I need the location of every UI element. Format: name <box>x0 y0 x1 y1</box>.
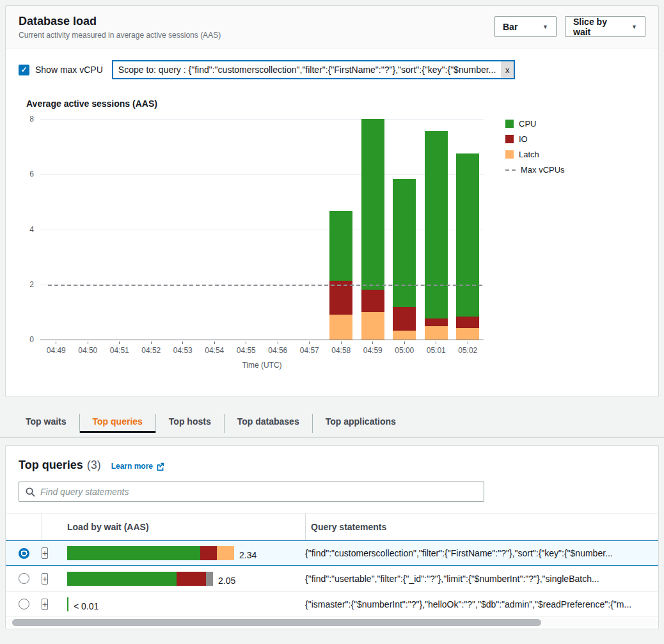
expand-column-header <box>42 514 67 540</box>
query-statement-cell: {"ismaster":{"$numberInt":"?"},"helloOk"… <box>305 599 658 610</box>
load-bar <box>67 546 234 560</box>
x-tick-label: 04:52 <box>136 342 168 355</box>
table-body: +2.34{"find":"customerscollection","filt… <box>6 540 658 617</box>
x-tick-label: 04:54 <box>199 342 231 355</box>
load-segment-io <box>177 572 206 586</box>
slice-by-value: Slice by wait <box>573 17 625 37</box>
x-axis-title: Time (UTC) <box>40 361 484 370</box>
load-segment-io <box>200 546 217 560</box>
bar-04:52 <box>139 119 162 340</box>
metrics-tab-bar: Top waitsTop queriesTop hostsTop databas… <box>0 411 664 437</box>
x-tick-label: 04:49 <box>40 342 72 355</box>
load-by-wait-cell: 2.34 <box>67 546 305 560</box>
horizontal-scrollbar-thumb[interactable] <box>12 619 541 626</box>
database-load-header: Database load Current activity measured … <box>6 6 658 49</box>
bar-04:49 <box>45 119 68 340</box>
plot-column <box>420 119 452 340</box>
plot-column <box>452 119 484 340</box>
x-tick-label: 05:01 <box>420 342 452 355</box>
y-tick-label: 4 <box>11 225 34 234</box>
row-radio-button[interactable] <box>19 573 29 584</box>
legend-label: IO <box>519 134 528 144</box>
x-tick-label: 04:58 <box>326 342 358 355</box>
bar-segment-io <box>425 318 448 326</box>
chevron-down-icon: ▼ <box>542 24 548 30</box>
query-search-input[interactable] <box>40 487 477 497</box>
slice-by-select[interactable]: Slice by wait ▼ <box>565 16 645 37</box>
y-tick-label: 6 <box>11 169 34 178</box>
expand-row-button[interactable]: + <box>42 599 48 610</box>
expand-cell: + <box>42 573 67 585</box>
legend-item-cpu: CPU <box>505 119 565 129</box>
tab-top-databases[interactable]: Top databases <box>225 411 312 437</box>
load-segment-latch <box>217 546 234 560</box>
legend-label: Latch <box>519 150 539 159</box>
bar-segment-latch <box>329 315 352 340</box>
expand-row-button[interactable]: + <box>42 547 48 559</box>
page-title: Database load <box>19 15 221 28</box>
radio-cell <box>6 548 42 559</box>
tabs: Top waitsTop queriesTop hostsTop databas… <box>13 411 664 437</box>
plot-column <box>72 119 104 340</box>
bar-segment-cpu <box>425 131 448 318</box>
query-statement[interactable]: {"ismaster":{"$numberInt":"?"},"helloOk"… <box>305 599 631 610</box>
bar-segment-latch <box>361 312 384 340</box>
query-statement[interactable]: {"find":"usertable","filter":{"_id":"?"}… <box>305 574 599 585</box>
y-tick-label: 8 <box>11 114 34 123</box>
learn-more-link[interactable]: Learn more <box>111 462 164 471</box>
legend-item-max-vcpus: Max vCPUs <box>505 165 565 175</box>
x-tick-label: 04:53 <box>167 342 199 355</box>
query-statement[interactable]: {"find":"customerscollection","filter":{… <box>305 548 613 559</box>
bar-05:00 <box>393 119 416 340</box>
load-segment-cpu <box>67 546 200 560</box>
chart-controls-row: ✓ Show max vCPU Scope to: query : {"find… <box>6 49 658 79</box>
max-vcpus-line <box>48 285 482 286</box>
top-queries-card: Top queries (3) Learn more Load by wait … <box>5 445 659 629</box>
x-tick-label: 04:50 <box>72 342 104 355</box>
bar-segment-cpu <box>329 211 352 281</box>
plot-column <box>230 119 262 340</box>
database-load-card: Database load Current activity measured … <box>5 5 659 397</box>
expand-row-button[interactable]: + <box>42 573 48 585</box>
horizontal-scrollbar <box>7 618 657 627</box>
x-tick-label: 04:57 <box>294 342 326 355</box>
tab-top-applications[interactable]: Top applications <box>313 411 409 437</box>
header-selects: Bar ▼ Slice by wait ▼ <box>494 16 645 37</box>
show-max-vcpu-label: Show max vCPU <box>35 65 103 75</box>
top-queries-title: Top queries <box>19 459 83 472</box>
chart-title: Average active sessions (AAS) <box>26 98 658 109</box>
bar-segment-cpu <box>361 119 384 290</box>
aas-chart: 02468 CPUIOLatchMax vCPUs <box>6 119 658 340</box>
y-tick-label: 2 <box>11 280 34 289</box>
tab-top-queries[interactable]: Top queries <box>80 411 155 437</box>
tab-top-hosts[interactable]: Top hosts <box>156 411 224 437</box>
row-radio-button[interactable] <box>19 599 29 609</box>
chevron-down-icon: ▼ <box>631 24 637 30</box>
radio-column-header <box>6 514 42 540</box>
legend-item-latch: Latch <box>505 150 565 159</box>
load-by-wait-cell: 2.05 <box>67 572 305 586</box>
top-queries-table: Load by wait (AAS) Query statements +2.3… <box>6 513 658 627</box>
top-queries-header: Top queries (3) Learn more <box>6 459 658 472</box>
plot-area: 02468 <box>40 119 484 340</box>
plot-column <box>262 119 294 340</box>
x-tick-label: 04:59 <box>357 342 389 355</box>
legend-item-io: IO <box>505 134 565 144</box>
show-max-vcpu-checkbox[interactable]: ✓ <box>19 65 29 75</box>
scope-filter-tag: Scope to: query : {"find":"customerscoll… <box>112 60 515 79</box>
legend-swatch-icon <box>505 150 514 159</box>
bar-04:59 <box>361 119 384 340</box>
table-row: +< 0.01{"ismaster":{"$numberInt":"?"},"h… <box>6 592 658 617</box>
x-tick-label: 05:02 <box>452 342 484 355</box>
tab-top-waits[interactable]: Top waits <box>13 411 79 437</box>
bar-04:51 <box>108 119 131 340</box>
row-radio-button[interactable] <box>19 548 29 559</box>
scope-close-button[interactable]: x <box>501 61 514 78</box>
chart-type-select[interactable]: Bar ▼ <box>494 16 557 37</box>
bar-05:02 <box>456 119 479 340</box>
plot-column <box>104 119 136 340</box>
bar-04:56 <box>266 119 289 340</box>
bar-segment-latch <box>425 326 448 340</box>
plot-column <box>389 119 421 340</box>
load-bar <box>67 597 68 611</box>
